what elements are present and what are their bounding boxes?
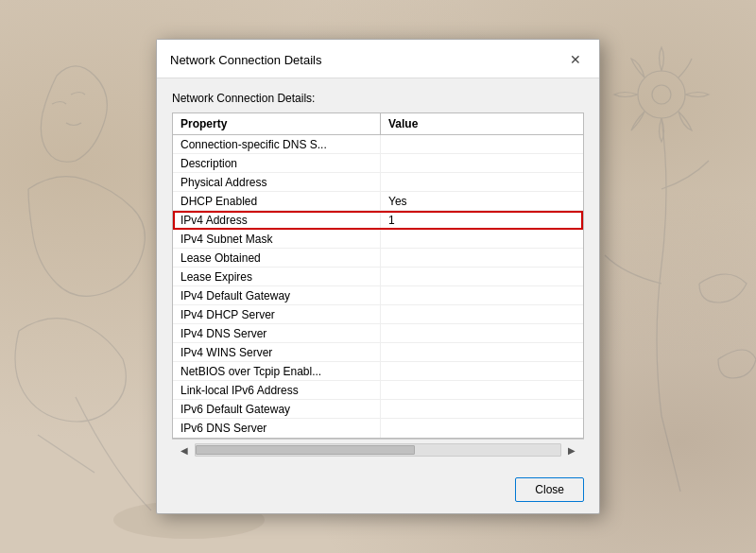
value-cell <box>381 419 583 438</box>
property-cell: NetBIOS over Tcpip Enabl... <box>173 362 381 380</box>
property-cell: IPv4 Address <box>173 211 381 229</box>
property-cell: IPv6 DNS Server <box>173 419 381 438</box>
section-label: Network Connection Details: <box>172 92 584 105</box>
col-header-value: Value <box>381 113 583 134</box>
property-cell: IPv4 Default Gateway <box>173 286 381 304</box>
table-row[interactable]: IPv4 Subnet Mask <box>173 230 583 249</box>
table-row[interactable]: IPv6 Default Gateway <box>173 400 583 419</box>
horizontal-scrollbar[interactable]: ◀ ▶ <box>172 439 584 460</box>
property-cell: Physical Address <box>173 173 381 191</box>
table-row[interactable]: IPv6 DNS Server <box>173 419 583 438</box>
value-cell <box>381 154 583 172</box>
svg-point-0 <box>638 71 685 118</box>
value-cell <box>381 362 583 380</box>
table-row[interactable]: Connection-specific DNS S... <box>173 135 583 154</box>
table-row[interactable]: DHCP EnabledYes <box>173 192 583 211</box>
value-cell <box>381 173 583 191</box>
dialog-close-button[interactable]: ✕ <box>565 49 586 70</box>
network-connection-details-dialog: Network Connection Details ✕ Network Con… <box>156 39 600 514</box>
svg-point-1 <box>652 85 671 104</box>
value-cell <box>381 268 583 285</box>
property-cell: Lease Obtained <box>173 249 381 267</box>
table-row[interactable]: Description <box>173 154 583 173</box>
scroll-right-arrow[interactable]: ▶ <box>565 444 578 457</box>
property-cell: Link-local IPv6 Address <box>173 381 381 399</box>
dialog-titlebar: Network Connection Details ✕ <box>157 40 599 78</box>
property-cell: Lease Expires <box>173 268 381 285</box>
col-header-property: Property <box>173 113 381 134</box>
property-cell: Connection-specific DNS S... <box>173 135 381 153</box>
property-cell: Description <box>173 154 381 172</box>
table-row[interactable]: Link-local IPv6 Address <box>173 381 583 400</box>
property-cell: IPv4 DHCP Server <box>173 305 381 323</box>
table-rows-container: Connection-specific DNS S...DescriptionP… <box>173 135 583 438</box>
value-cell <box>381 249 583 267</box>
dialog-footer: Close <box>157 470 599 513</box>
table-row[interactable]: IPv4 Address1 <box>173 211 583 230</box>
value-cell: Yes <box>381 192 583 210</box>
table-row[interactable]: IPv4 DNS Server <box>173 324 583 343</box>
scroll-left-arrow[interactable]: ◀ <box>178 444 191 457</box>
table-header: Property Value <box>173 113 583 135</box>
scroll-track[interactable] <box>195 443 561 457</box>
value-cell: 1 <box>381 211 583 229</box>
value-cell <box>381 305 583 323</box>
value-cell <box>381 400 583 418</box>
value-cell <box>381 324 583 342</box>
value-cell <box>381 343 583 361</box>
value-cell <box>381 381 583 399</box>
dialog-body: Network Connection Details: Property Val… <box>157 78 599 470</box>
value-cell <box>381 286 583 304</box>
table-row[interactable]: Lease Obtained <box>173 249 583 268</box>
table-row[interactable]: Physical Address <box>173 173 583 192</box>
property-cell: DHCP Enabled <box>173 192 381 210</box>
value-cell <box>381 230 583 248</box>
table-row[interactable]: IPv4 DHCP Server <box>173 305 583 324</box>
scroll-thumb[interactable] <box>196 445 415 455</box>
value-cell <box>381 135 583 153</box>
dialog-title: Network Connection Details <box>170 53 321 67</box>
property-cell: IPv4 DNS Server <box>173 324 381 342</box>
close-button[interactable]: Close <box>515 477 584 502</box>
table-row[interactable]: NetBIOS over Tcpip Enabl... <box>173 362 583 381</box>
table-row[interactable]: IPv4 Default Gateway <box>173 286 583 305</box>
table-row[interactable]: Lease Expires <box>173 268 583 286</box>
properties-table: Property Value Connection-specific DNS S… <box>172 112 584 439</box>
property-cell: IPv4 WINS Server <box>173 343 381 361</box>
property-cell: IPv6 Default Gateway <box>173 400 381 418</box>
property-cell: IPv4 Subnet Mask <box>173 230 381 248</box>
table-row[interactable]: IPv4 WINS Server <box>173 343 583 362</box>
